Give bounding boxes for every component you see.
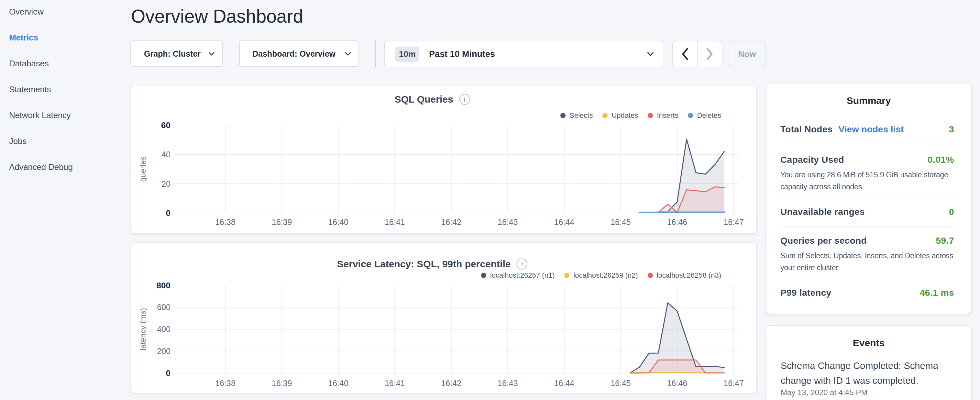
chevron-down-icon (345, 52, 351, 56)
summary-row-label: Total Nodes (780, 124, 832, 135)
summary-row-label: Capacity Used (780, 155, 844, 165)
sidebar-item-label: Jobs (9, 136, 27, 146)
x-tick-label: 16:47 (724, 379, 744, 388)
divider (780, 278, 956, 278)
summary-row-description: Sum of Selects, Updates, Inserts, and De… (780, 250, 954, 274)
x-tick-label: 16:38 (215, 217, 235, 226)
x-tick-label: 16:41 (385, 379, 405, 388)
x-tick-label: 16:43 (498, 217, 518, 226)
x-tick-label: 16:44 (554, 379, 574, 388)
y-tick-label: 800 (157, 280, 170, 290)
y-tick-label: 200 (157, 347, 170, 356)
page-title: Overview Dashboard (131, 6, 303, 27)
chevron-down-icon (648, 52, 654, 56)
x-tick-label: 16:38 (215, 379, 235, 388)
sidebar-item-label: Network Latency (9, 110, 71, 120)
summary-row-value: 0.01% (928, 155, 954, 165)
summary-row-label: Queries per second (780, 236, 867, 246)
y-tick-label: 0 (166, 368, 170, 378)
y-tick-label: 40 (161, 150, 170, 159)
event-description[interactable]: Schema Change Completed: Schema change w… (781, 358, 957, 388)
sidebar-item-databases[interactable]: Databases (9, 51, 116, 76)
graph-dropdown-label: Graph: Cluster (144, 49, 200, 59)
divider (780, 226, 956, 226)
sql-queries-chart: 020406016:3816:3916:4016:4116:4216:4316:… (131, 85, 756, 233)
summary-row-label: P99 latency (780, 288, 831, 298)
y-axis-title: latency (ms) (138, 308, 147, 351)
x-tick-label: 16:45 (611, 379, 631, 388)
controls-divider (375, 40, 376, 67)
x-tick-label: 16:39 (272, 379, 292, 388)
time-range-label: Past 10 Minutes (429, 49, 495, 59)
x-tick-label: 16:41 (385, 217, 405, 226)
graph-dropdown[interactable]: Graph: Cluster (130, 40, 223, 67)
events-panel: Events Schema Change Completed: Schema c… (766, 325, 972, 400)
y-axis-title: queries (138, 156, 147, 182)
next-time-button[interactable] (697, 41, 722, 67)
sidebar-item-label: Databases (9, 59, 49, 69)
time-pager (672, 41, 722, 67)
sql-queries-chart-panel: SQL Queries i SelectsUpdatesInsertsDelet… (131, 85, 757, 234)
x-tick-label: 16:42 (441, 379, 461, 388)
summary-row-label: Unavailable ranges (780, 207, 865, 217)
x-tick-label: 16:44 (554, 217, 574, 226)
time-range-selector[interactable]: 10m Past 10 Minutes (384, 41, 663, 67)
y-tick-label: 0 (166, 208, 170, 218)
sidebar-item-metrics[interactable]: Metrics (9, 25, 116, 51)
sidebar-item-label: Overview (9, 7, 44, 17)
x-tick-label: 16:43 (498, 379, 518, 388)
y-tick-label: 20 (161, 179, 170, 188)
events-title: Events (767, 338, 971, 349)
time-range-badge: 10m (395, 46, 419, 62)
y-tick-label: 60 (161, 120, 170, 130)
dashboard-dropdown-label: Dashboard: Overview (252, 49, 336, 59)
service-latency-chart: 020040060080016:3816:3916:4016:4116:4216… (131, 243, 756, 393)
summary-row-value: 46.1 ms (920, 288, 954, 298)
sidebar-item-statements[interactable]: Statements (9, 76, 116, 102)
view-nodes-list-link[interactable]: View nodes list (838, 124, 904, 135)
x-tick-label: 16:42 (441, 217, 461, 226)
sidebar-item-overview[interactable]: Overview (9, 0, 116, 25)
service-latency-chart-panel: Service Latency: SQL, 99th percentile i … (131, 242, 757, 394)
x-tick-label: 16:46 (667, 217, 687, 226)
x-tick-label: 16:45 (611, 217, 631, 226)
sidebar-item-network-latency[interactable]: Network Latency (9, 102, 116, 128)
y-tick-label: 400 (157, 325, 170, 334)
y-tick-label: 600 (157, 303, 170, 312)
sidebar: OverviewMetricsDatabasesStatementsNetwor… (9, 0, 116, 180)
summary-row-value: 3 (949, 124, 954, 135)
summary-row-description: You are using 28.6 MiB of 515.9 GiB usab… (780, 169, 954, 193)
x-tick-label: 16:40 (328, 217, 348, 226)
x-tick-label: 16:46 (667, 379, 687, 388)
now-button[interactable]: Now (729, 41, 765, 67)
summary-title: Summary (767, 95, 971, 106)
x-tick-label: 16:47 (724, 217, 744, 226)
prev-time-button[interactable] (673, 41, 697, 67)
summary-row-value: 0 (949, 207, 954, 217)
summary-row-value: 59.7 (936, 236, 955, 246)
summary-panel: Summary Total Nodes View nodes list 3 Ca… (766, 83, 972, 314)
divider (780, 142, 956, 142)
dashboard-dropdown[interactable]: Dashboard: Overview (239, 40, 359, 67)
sidebar-item-advanced-debug[interactable]: Advanced Debug (9, 154, 116, 180)
sidebar-item-label: Metrics (9, 33, 38, 43)
event-timestamp: May 13, 2020 at 4:45 PM (781, 388, 867, 397)
sidebar-item-label: Statements (9, 84, 51, 94)
x-tick-label: 16:39 (272, 217, 292, 226)
sidebar-item-label: Advanced Debug (9, 162, 73, 172)
chevron-down-icon (209, 52, 215, 56)
x-tick-label: 16:40 (328, 379, 348, 388)
sidebar-item-jobs[interactable]: Jobs (9, 128, 116, 154)
divider (780, 197, 956, 198)
